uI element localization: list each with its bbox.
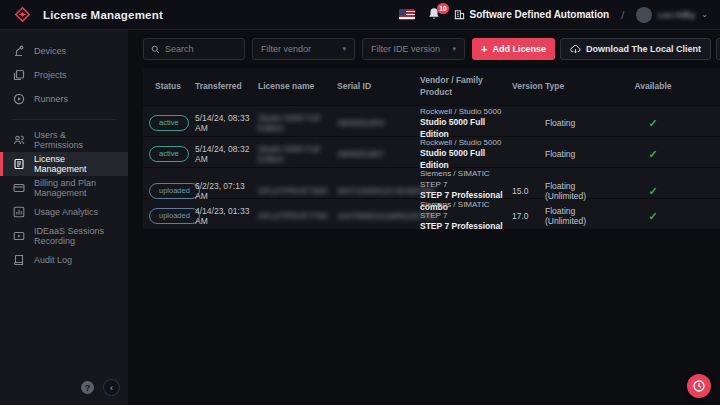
status-badge: active — [149, 115, 189, 131]
serial-id-cell-redacted: 4906501907 — [337, 149, 420, 159]
sidebar-divider — [12, 119, 116, 120]
column-header-license-name: License name — [258, 81, 337, 92]
credit-card-icon — [13, 182, 25, 194]
transferred-cell: 5/14/24, 08:32 AM — [195, 144, 258, 164]
available-check-icon: ✓ — [648, 210, 657, 222]
filter-ide-label: Filter IDE version — [371, 44, 440, 54]
available-check-icon: ✓ — [648, 148, 657, 160]
status-badge: uploaded — [149, 208, 200, 224]
sidebar-item-ideaas-sessions-recording[interactable]: IDEaaS Sessions Recording — [0, 224, 128, 248]
sidebar-item-label: IDEaaS Sessions Recording — [34, 226, 115, 246]
add-license-label: Add License — [492, 44, 546, 54]
copy-icon — [13, 69, 25, 81]
sidebar-item-audit-log[interactable]: Audit Log — [0, 248, 128, 272]
version-cell: 15.0 — [512, 186, 545, 196]
recording-icon — [13, 230, 25, 242]
sidebar-item-license-management[interactable]: License Management — [0, 152, 128, 176]
version-cell: 17.0 — [512, 211, 545, 221]
available-check-icon: ✓ — [648, 117, 657, 129]
app-logo-icon — [14, 6, 31, 23]
building-icon — [454, 9, 465, 20]
table-row[interactable]: uploaded 4/14/23, 01:33 AM SPLSTPROF7700… — [143, 198, 720, 229]
org-name: Software Defined Automation — [470, 9, 610, 20]
table-row[interactable]: active 5/14/24, 08:32 AM Studio 5000 Ful… — [143, 136, 720, 167]
search-icon — [151, 45, 160, 54]
breadcrumb-divider: / — [621, 9, 624, 21]
product-name: STEP 7 Professional — [420, 221, 512, 233]
support-fab-button[interactable] — [687, 374, 711, 398]
search-box[interactable] — [143, 38, 245, 60]
sidebar-item-label: Audit Log — [34, 255, 72, 265]
table-header: Status Transferred License name Serial I… — [143, 68, 720, 105]
robot-arm-icon — [13, 45, 25, 57]
sidebar-item-users-permissions[interactable]: Users & Permissions — [0, 128, 128, 152]
users-icon — [13, 134, 25, 146]
available-check-icon: ✓ — [648, 185, 657, 197]
available-cell: ✓ — [606, 148, 720, 161]
org-switcher[interactable]: Software Defined Automation — [454, 9, 610, 20]
filter-ide-version-select[interactable]: Filter IDE version ▾ — [362, 38, 465, 60]
transferred-cell: 5/14/24, 08:33 AM — [195, 113, 258, 133]
main-content: Filter vendor ▾ Filter IDE version ▾ + A… — [128, 30, 720, 405]
collapse-sidebar-button[interactable]: ‹ — [103, 379, 120, 396]
column-header-status: Status — [143, 81, 195, 92]
vendor-cell: Rockwell / Studio 5000 Studio 5000 Full … — [420, 137, 512, 172]
vendor-family: Rockwell / Studio 5000 — [420, 137, 512, 148]
refresh-button[interactable]: ⟳ — [716, 38, 720, 60]
search-input[interactable] — [165, 44, 237, 54]
table-row[interactable]: active 5/14/24, 08:33 AM Studio 5000 Ful… — [143, 105, 720, 136]
add-license-button[interactable]: + Add License — [472, 38, 555, 60]
sidebar-item-label: Projects — [34, 70, 67, 80]
sidebar-item-billing[interactable]: Billing and Plan Management — [0, 176, 128, 200]
license-document-icon — [13, 158, 25, 170]
license-table: Status Transferred License name Serial I… — [143, 68, 720, 229]
status-badge: uploaded — [149, 183, 200, 199]
license-name-cell-redacted: SPLSTPROF7500 — [258, 186, 337, 196]
serial-id-cell-redacted: 30471000012C304567B9 — [337, 186, 420, 196]
sidebar-item-usage-analytics[interactable]: Usage Analytics — [0, 200, 128, 224]
sidebar-item-label: Billing and Plan Management — [34, 178, 115, 198]
chevron-down-icon: ▾ — [452, 45, 456, 53]
sidebar: Devices Projects Runners Users & Permiss… — [0, 30, 128, 405]
available-cell: ✓ — [606, 117, 720, 130]
sidebar-item-projects[interactable]: Projects — [0, 63, 128, 87]
license-name-cell-redacted: Studio 5000 Full Edition — [258, 144, 337, 164]
type-cell: Floating (Unlimited) — [545, 181, 606, 201]
download-local-client-button[interactable]: Download The Local Client — [560, 38, 711, 60]
download-cloud-icon — [570, 44, 581, 55]
column-header-serial-id: Serial ID — [337, 81, 420, 92]
status-badge: active — [149, 146, 189, 162]
serial-id-cell-redacted: 10470000101M0023C748 — [337, 211, 420, 221]
user-menu[interactable]: Leo Kilby ⌄ — [636, 7, 708, 23]
filter-vendor-select[interactable]: Filter vendor ▾ — [252, 38, 355, 60]
type-cell: Floating — [545, 118, 606, 128]
avatar — [636, 7, 652, 23]
status-cell: uploaded — [143, 183, 195, 199]
user-name: Leo Kilby — [658, 10, 695, 20]
clock-icon — [692, 379, 706, 393]
page-title: License Management — [43, 9, 163, 21]
sidebar-item-runners[interactable]: Runners — [0, 87, 128, 111]
sidebar-item-label: Devices — [34, 46, 66, 56]
column-header-transferred: Transferred — [195, 81, 258, 92]
status-cell: active — [143, 146, 195, 162]
sidebar-item-devices[interactable]: Devices — [0, 39, 128, 63]
column-header-type: Type — [545, 81, 606, 92]
vendor-cell: Rockwell / Studio 5000 Studio 5000 Full … — [420, 106, 512, 141]
download-client-label: Download The Local Client — [586, 44, 701, 54]
help-button[interactable]: ? — [81, 381, 94, 394]
notification-badge: 10 — [437, 3, 448, 14]
sidebar-item-label: Usage Analytics — [34, 207, 98, 217]
column-header-vendor: Vendor / Family Product — [420, 75, 512, 98]
play-circle-icon — [13, 93, 25, 105]
serial-id-cell-redacted: 4906501903 — [337, 118, 420, 128]
notifications-button[interactable]: 10 — [427, 7, 442, 23]
vendor-family: Rockwell / Studio 5000 — [420, 106, 512, 117]
transferred-cell: 4/14/23, 01:33 AM — [195, 206, 258, 226]
bar-chart-icon — [13, 206, 25, 218]
language-flag-icon[interactable] — [399, 9, 415, 20]
chevron-down-icon: ⌄ — [701, 10, 708, 19]
sidebar-item-label: License Management — [34, 154, 115, 174]
license-name-cell-redacted: SPLSTPROF7700 — [258, 211, 337, 221]
table-row[interactable]: uploaded 6/2/23, 07:13 AM SPLSTPROF7500 … — [143, 167, 720, 198]
